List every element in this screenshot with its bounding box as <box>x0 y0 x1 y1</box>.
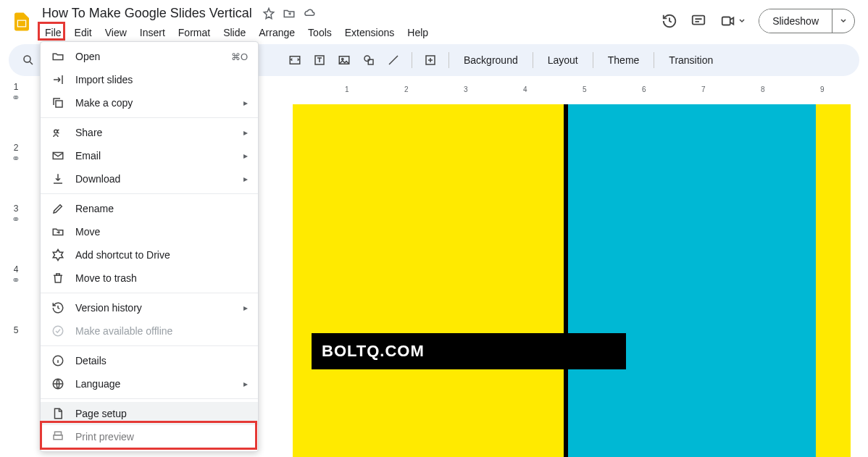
thumb-1[interactable]: 1⚭ <box>12 82 20 101</box>
menu-language[interactable]: Language▸ <box>41 372 258 395</box>
menu-slide[interactable]: Slide <box>217 24 251 41</box>
offline-icon <box>51 324 65 337</box>
move-icon <box>51 225 65 238</box>
slideshow-button-group: Slideshow <box>759 9 855 33</box>
move-folder-icon[interactable] <box>283 7 296 20</box>
link-icon: ⚭ <box>12 156 20 162</box>
svg-rect-0 <box>18 21 25 27</box>
menu-bar: File Edit View Insert Format Slide Arran… <box>39 24 662 41</box>
menu-open[interactable]: Open⌘O <box>41 45 258 68</box>
file-menu-dropdown: Open⌘O Import slides Make a copy▸ Share▸… <box>40 41 259 452</box>
svg-rect-18 <box>54 435 62 440</box>
slideshow-dropdown[interactable] <box>832 9 854 33</box>
import-icon <box>51 73 65 86</box>
menu-insert[interactable]: Insert <box>134 24 171 41</box>
svg-point-3 <box>24 56 30 62</box>
link-icon: ⚭ <box>12 217 20 222</box>
menu-add-shortcut[interactable]: Add shortcut to Drive <box>41 243 258 267</box>
thumbnail-rail: 1⚭ 2⚭ 3⚭ 4⚭ 5 <box>0 76 32 446</box>
slide-canvas[interactable]: BOLTQ.COM <box>293 104 851 457</box>
email-icon <box>51 149 65 162</box>
menu-offline: Make available offline <box>41 319 258 343</box>
present-camera-icon[interactable] <box>719 13 746 29</box>
svg-rect-1 <box>693 16 705 25</box>
svg-point-14 <box>53 326 63 336</box>
history-icon[interactable] <box>662 13 677 29</box>
shortcut-icon <box>51 248 65 261</box>
page-setup-icon <box>51 407 65 420</box>
search-icon[interactable] <box>17 49 39 71</box>
horizontal-ruler: 1 2 3 4 5 6 7 8 9 <box>283 84 861 97</box>
comments-icon[interactable] <box>690 13 706 29</box>
menu-arrange[interactable]: Arrange <box>253 24 301 41</box>
share-icon <box>51 126 65 139</box>
transition-button[interactable]: Transition <box>662 51 720 69</box>
app-header: How To Make Google Slides Vertical File … <box>0 0 868 41</box>
thumb-4[interactable]: 4⚭ <box>12 264 20 283</box>
menu-page-setup[interactable]: Page setup <box>41 402 258 425</box>
star-icon[interactable] <box>262 7 275 20</box>
svg-rect-2 <box>722 17 730 25</box>
trash-icon <box>51 272 65 285</box>
menu-view[interactable]: View <box>99 24 133 41</box>
menu-extensions[interactable]: Extensions <box>339 24 400 41</box>
link-icon: ⚭ <box>12 95 20 101</box>
link-icon: ⚭ <box>12 277 20 283</box>
menu-print-preview[interactable]: Print preview <box>41 425 258 448</box>
menu-details[interactable]: Details <box>41 349 258 372</box>
download-icon <box>51 172 65 185</box>
svg-rect-11 <box>56 101 62 107</box>
shape-icon[interactable] <box>358 49 380 71</box>
textbox-icon[interactable] <box>309 49 330 71</box>
globe-icon <box>51 377 65 390</box>
menu-move[interactable]: Move <box>41 220 258 243</box>
canvas-cyan-shape <box>567 104 816 457</box>
canvas-watermark: BOLTQ.COM <box>312 333 626 369</box>
theme-button[interactable]: Theme <box>601 51 647 69</box>
open-icon <box>51 50 65 63</box>
menu-version-history[interactable]: Version history▸ <box>41 296 258 319</box>
thumb-2[interactable]: 2⚭ <box>12 143 20 162</box>
menu-edit[interactable]: Edit <box>69 24 98 41</box>
thumb-5[interactable]: 5 <box>14 325 19 338</box>
copy-icon <box>51 96 65 109</box>
menu-email[interactable]: Email▸ <box>41 144 258 167</box>
history-icon <box>51 301 65 314</box>
svg-point-7 <box>342 58 343 59</box>
menu-file[interactable]: File <box>39 24 67 41</box>
image-icon[interactable] <box>333 49 355 71</box>
menu-rename[interactable]: Rename <box>41 197 258 220</box>
menu-trash[interactable]: Move to trash <box>41 267 258 290</box>
thumb-3[interactable]: 3⚭ <box>12 204 20 222</box>
fit-icon[interactable] <box>284 49 306 71</box>
menu-tools[interactable]: Tools <box>302 24 338 41</box>
background-button[interactable]: Background <box>456 51 525 69</box>
line-icon[interactable] <box>383 49 404 71</box>
rename-icon <box>51 202 65 215</box>
menu-download[interactable]: Download▸ <box>41 167 258 190</box>
document-title[interactable]: How To Make Google Slides Vertical <box>39 4 255 22</box>
print-icon <box>51 430 65 443</box>
menu-help[interactable]: Help <box>401 24 434 41</box>
menu-share[interactable]: Share▸ <box>41 121 258 144</box>
slideshow-button[interactable]: Slideshow <box>759 9 832 33</box>
layout-button[interactable]: Layout <box>541 51 585 69</box>
new-slide-icon[interactable] <box>420 49 441 71</box>
info-icon <box>51 354 65 367</box>
slides-logo[interactable] <box>7 7 36 36</box>
menu-import-slides[interactable]: Import slides <box>41 68 258 91</box>
menu-make-copy[interactable]: Make a copy▸ <box>41 91 258 114</box>
cloud-icon[interactable] <box>303 7 316 20</box>
canvas-divider <box>564 104 568 457</box>
svg-point-8 <box>364 56 370 62</box>
menu-format[interactable]: Format <box>172 24 216 41</box>
